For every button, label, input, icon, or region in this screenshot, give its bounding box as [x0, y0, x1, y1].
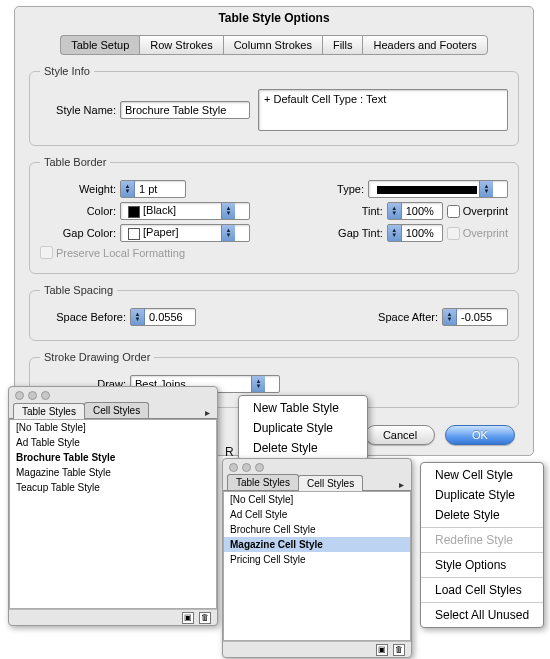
list-item[interactable]: Ad Cell Style: [224, 507, 410, 522]
default-cell-type-text: + Default Cell Type : Text: [264, 93, 386, 105]
dropdown-arrows-icon[interactable]: ▲▼: [251, 376, 265, 392]
table-border-legend: Table Border: [40, 156, 110, 168]
list-item[interactable]: [No Cell Style]: [224, 492, 410, 507]
overprint-check-input[interactable]: [447, 205, 460, 218]
tab-headers-footers[interactable]: Headers and Footers: [362, 35, 487, 55]
menu-separator: [421, 602, 543, 603]
dropdown-arrows-icon[interactable]: ▲▼: [479, 181, 493, 197]
menu-separator: [421, 527, 543, 528]
cell-styles-list[interactable]: [No Cell Style] Ad Cell Style Brochure C…: [223, 491, 411, 641]
list-item-selected[interactable]: Magazine Cell Style: [224, 537, 410, 552]
menu-separator: [421, 577, 543, 578]
tab-fills[interactable]: Fills: [322, 35, 363, 55]
gap-tint-stepper[interactable]: ▲▼: [387, 224, 443, 242]
weight-value[interactable]: [135, 183, 185, 195]
menu-duplicate-style[interactable]: Duplicate Style: [239, 418, 367, 438]
trash-icon[interactable]: 🗑: [199, 612, 211, 624]
stepper-arrows-icon[interactable]: ▲▼: [388, 225, 402, 241]
close-dot-icon[interactable]: [15, 391, 24, 400]
zoom-dot-icon[interactable]: [41, 391, 50, 400]
new-style-icon[interactable]: ▣: [182, 612, 194, 624]
stepper-arrows-icon[interactable]: ▲▼: [443, 309, 457, 325]
default-cell-type-box: + Default Cell Type : Text: [258, 89, 508, 131]
trash-icon[interactable]: 🗑: [393, 644, 405, 656]
menu-separator: [421, 552, 543, 553]
window-controls[interactable]: [9, 387, 217, 400]
weight-label: Weight:: [40, 183, 120, 195]
list-item[interactable]: Teacup Table Style: [10, 480, 216, 495]
menu-delete-style[interactable]: Delete Style: [239, 438, 367, 458]
list-item[interactable]: Ad Table Style: [10, 435, 216, 450]
space-before-stepper[interactable]: ▲▼: [130, 308, 196, 326]
gap-overprint-label: Overprint: [463, 227, 508, 239]
menu-delete-style[interactable]: Delete Style: [421, 505, 543, 525]
panel-flyout-icon[interactable]: ▸: [202, 407, 213, 418]
color-label: Color:: [40, 205, 120, 217]
window-controls[interactable]: [223, 459, 411, 472]
tab-column-strokes[interactable]: Column Strokes: [223, 35, 322, 55]
ok-button[interactable]: OK: [445, 425, 515, 445]
line-style-preview: [377, 186, 477, 194]
panel-tab-table-styles[interactable]: Table Styles: [13, 403, 85, 419]
dialog-tabbar: Table Setup Row Strokes Column Strokes F…: [15, 35, 533, 55]
overprint-checkbox[interactable]: Overprint: [447, 205, 508, 218]
gap-color-dropdown[interactable]: [Paper] ▲▼: [120, 224, 250, 242]
stepper-arrows-icon[interactable]: ▲▼: [131, 309, 145, 325]
dropdown-arrows-icon[interactable]: ▲▼: [221, 203, 235, 219]
close-dot-icon[interactable]: [229, 463, 238, 472]
dialog-button-row: Cancel OK: [365, 425, 515, 445]
menu-duplicate-style[interactable]: Duplicate Style: [421, 485, 543, 505]
space-before-value[interactable]: [145, 311, 195, 323]
panel-tab-cell-styles[interactable]: Cell Styles: [84, 402, 149, 418]
tint-label: Tint:: [337, 205, 387, 217]
menu-load-cell-styles[interactable]: Load Cell Styles: [421, 580, 543, 600]
gap-tint-value[interactable]: [402, 227, 442, 239]
tab-row-strokes[interactable]: Row Strokes: [139, 35, 222, 55]
min-dot-icon[interactable]: [242, 463, 251, 472]
gap-overprint-checkbox: Overprint: [447, 227, 508, 240]
new-style-icon[interactable]: ▣: [376, 644, 388, 656]
panel-tab-cell-styles[interactable]: Cell Styles: [298, 475, 363, 491]
gap-tint-label: Gap Tint:: [329, 227, 387, 239]
menu-new-table-style[interactable]: New Table Style: [239, 398, 367, 418]
list-item-selected[interactable]: Brochure Table Style: [10, 450, 216, 465]
tab-table-setup[interactable]: Table Setup: [60, 35, 139, 55]
style-info-group: Style Info Style Name: + Default Cell Ty…: [29, 65, 519, 146]
dropdown-arrows-icon[interactable]: ▲▼: [221, 225, 235, 241]
menu-style-options[interactable]: Style Options: [421, 555, 543, 575]
stroke-order-legend: Stroke Drawing Order: [40, 351, 154, 363]
tint-value[interactable]: [402, 205, 442, 217]
weight-stepper[interactable]: ▲▼: [120, 180, 186, 198]
space-after-value[interactable]: [457, 311, 507, 323]
min-dot-icon[interactable]: [28, 391, 37, 400]
style-info-legend: Style Info: [40, 65, 94, 77]
cancel-button[interactable]: Cancel: [365, 425, 435, 445]
list-item[interactable]: Brochure Cell Style: [224, 522, 410, 537]
menu-select-all-unused[interactable]: Select All Unused: [421, 605, 543, 625]
panel-tab-table-styles[interactable]: Table Styles: [227, 474, 299, 490]
table-styles-list[interactable]: [No Table Style] Ad Table Style Brochure…: [9, 419, 217, 609]
zoom-dot-icon[interactable]: [255, 463, 264, 472]
style-name-label: Style Name:: [40, 104, 120, 116]
list-item[interactable]: Magazine Table Style: [10, 465, 216, 480]
style-name-input[interactable]: [120, 101, 250, 119]
space-after-stepper[interactable]: ▲▼: [442, 308, 508, 326]
dialog-title: Table Style Options: [15, 7, 533, 31]
cell-styles-flyout-menu: New Cell Style Duplicate Style Delete St…: [420, 462, 544, 628]
space-after-label: Space After:: [378, 311, 442, 323]
panel-flyout-icon[interactable]: ▸: [396, 479, 407, 490]
preserve-formatting-checkbox: Preserve Local Formatting: [40, 246, 185, 259]
overprint-label: Overprint: [463, 205, 508, 217]
color-dropdown[interactable]: [Black] ▲▼: [120, 202, 250, 220]
space-before-label: Space Before:: [40, 311, 130, 323]
cell-styles-panel: Table Styles Cell Styles ▸ [No Cell Styl…: [222, 458, 412, 658]
list-item[interactable]: [No Table Style]: [10, 420, 216, 435]
table-styles-flyout-menu: New Table Style Duplicate Style Delete S…: [238, 395, 368, 461]
menu-new-cell-style[interactable]: New Cell Style: [421, 465, 543, 485]
gap-color-value: [Paper]: [143, 226, 178, 238]
stepper-arrows-icon[interactable]: ▲▼: [121, 181, 135, 197]
tint-stepper[interactable]: ▲▼: [387, 202, 443, 220]
type-dropdown[interactable]: ▲▼: [368, 180, 508, 198]
stepper-arrows-icon[interactable]: ▲▼: [388, 203, 402, 219]
list-item[interactable]: Pricing Cell Style: [224, 552, 410, 567]
